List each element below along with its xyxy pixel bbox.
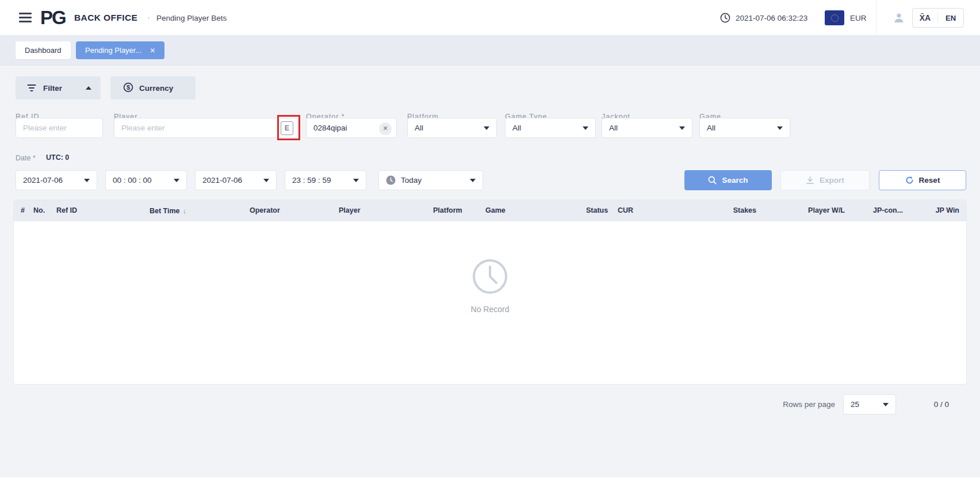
tab-pending-player-bets[interactable]: Pending Player... ✕ xyxy=(76,41,164,59)
chevron-down-icon xyxy=(883,403,889,406)
refresh-icon xyxy=(905,176,914,185)
app-title: BACK OFFICE xyxy=(74,13,137,23)
rows-per-page-value: 25 xyxy=(851,400,859,409)
chevron-down-icon xyxy=(470,179,476,182)
tab-dashboard[interactable]: Dashboard xyxy=(16,41,71,59)
reset-button-label: Reset xyxy=(919,176,940,185)
to-date-select[interactable]: 2021-07-06 xyxy=(195,170,277,190)
from-date-value: 2021-07-06 xyxy=(23,176,63,185)
currency-button[interactable]: $ Currency xyxy=(110,76,196,99)
chevron-down-icon xyxy=(679,126,685,130)
rows-per-page-label: Rows per page xyxy=(783,400,835,409)
rows-per-page-select[interactable]: 25 xyxy=(843,394,896,414)
to-time-value: 23 : 59 : 59 xyxy=(292,176,331,185)
operator-select[interactable]: 0284qipai ✕ xyxy=(306,118,397,138)
col-no[interactable]: No. xyxy=(33,206,45,214)
player-input[interactable] xyxy=(114,118,297,137)
from-date-select[interactable]: 2021-07-06 xyxy=(16,170,97,190)
results-table-panel: # No. Ref ID Bet Time↓ Operator Player P… xyxy=(14,200,966,384)
player-shortcut-key[interactable]: E xyxy=(281,121,293,135)
bottom-strip xyxy=(0,477,980,484)
reset-button[interactable]: Reset xyxy=(879,170,966,190)
tab-label: Dashboard xyxy=(25,46,62,55)
game-select[interactable]: All xyxy=(699,118,790,138)
export-button[interactable]: Export xyxy=(780,170,870,190)
language-switcher[interactable]: X̄A EN xyxy=(912,8,964,28)
title-separator: · xyxy=(147,12,150,22)
chevron-down-icon xyxy=(353,179,359,182)
page-title: Pending Player Bets xyxy=(156,14,227,22)
filter-toggle-button[interactable]: Filter xyxy=(16,76,101,99)
col-ref-id[interactable]: Ref ID xyxy=(56,206,77,214)
clear-operator-icon[interactable]: ✕ xyxy=(379,122,392,135)
operator-value: 0284qipai xyxy=(313,124,347,132)
col-player-wl[interactable]: Player W/L xyxy=(784,206,845,214)
search-icon xyxy=(708,176,717,185)
eu-flag-icon[interactable] xyxy=(825,10,844,25)
col-player[interactable]: Player xyxy=(339,206,361,214)
download-icon xyxy=(806,176,814,185)
sort-descending-icon[interactable]: ↓ xyxy=(183,206,187,215)
table-header-row: # No. Ref ID Bet Time↓ Operator Player P… xyxy=(14,200,966,221)
jackpot-select[interactable]: All xyxy=(602,118,692,138)
tab-label: Pending Player... xyxy=(85,46,141,55)
col-status[interactable]: Status xyxy=(586,206,608,214)
utc-label: UTC: 0 xyxy=(46,153,69,162)
chevron-down-icon xyxy=(174,179,179,182)
close-icon[interactable]: ✕ xyxy=(150,47,155,55)
game-type-value: All xyxy=(512,124,521,132)
from-time-value: 00 : 00 : 00 xyxy=(113,176,152,185)
server-datetime: 2021-07-06 06:32:23 xyxy=(736,14,807,22)
col-platform[interactable]: Platform xyxy=(433,206,462,214)
game-type-select[interactable]: All xyxy=(505,118,596,138)
col-bet-time[interactable]: Bet Time↓ xyxy=(150,206,186,215)
date-preset-select[interactable]: Today xyxy=(378,170,483,190)
empty-state-text: No Record xyxy=(471,305,510,314)
ref-id-input[interactable] xyxy=(16,118,102,137)
translate-icon[interactable]: X̄A xyxy=(913,13,938,22)
chevron-down-icon xyxy=(583,126,588,130)
pagination-bar: Rows per page 25 0 / 0 xyxy=(0,394,949,414)
platform-value: All xyxy=(415,124,423,132)
col-game[interactable]: Game xyxy=(485,206,506,214)
header-divider xyxy=(876,0,876,36)
ref-id-field xyxy=(16,118,103,138)
search-button-label: Search xyxy=(722,176,748,185)
brand-logo: PG xyxy=(40,7,66,29)
user-avatar-icon[interactable] xyxy=(893,11,905,26)
col-hash[interactable]: # xyxy=(21,206,25,214)
menu-icon[interactable] xyxy=(19,13,32,22)
empty-state: No Record xyxy=(14,258,966,314)
to-time-select[interactable]: 23 : 59 : 59 xyxy=(285,170,366,190)
search-button[interactable]: Search xyxy=(684,170,772,190)
date-label: Date * xyxy=(16,154,36,162)
chevron-down-icon xyxy=(484,126,489,130)
export-button-label: Export xyxy=(820,176,844,185)
from-time-select[interactable]: 00 : 00 : 00 xyxy=(105,170,187,190)
chevron-up-icon xyxy=(86,86,91,90)
currency-code: EUR xyxy=(850,14,867,22)
col-jp-con[interactable]: JP-con... xyxy=(873,206,903,214)
language-value[interactable]: EN xyxy=(938,14,963,22)
player-field: E xyxy=(114,118,298,138)
jackpot-value: All xyxy=(609,124,618,132)
col-bet-time-label: Bet Time xyxy=(150,207,180,215)
currency-dollar-icon: $ xyxy=(123,82,133,94)
date-preset-value: Today xyxy=(401,176,422,185)
col-stakes[interactable]: Stakes xyxy=(696,206,756,214)
chevron-down-icon xyxy=(777,126,783,130)
col-cur[interactable]: CUR xyxy=(618,206,633,214)
tab-bar: Dashboard Pending Player... ✕ xyxy=(0,36,980,66)
col-jp-win[interactable]: JP Win xyxy=(911,206,959,214)
preset-clock-icon xyxy=(386,175,396,185)
filter-icon xyxy=(27,84,36,91)
no-record-clock-icon xyxy=(471,258,509,295)
top-bar: PG BACK OFFICE · Pending Player Bets 202… xyxy=(0,0,980,36)
filter-button-label: Filter xyxy=(43,84,62,93)
col-operator[interactable]: Operator xyxy=(250,206,280,214)
clock-icon xyxy=(720,13,730,25)
currency-button-label: Currency xyxy=(139,84,173,93)
platform-select[interactable]: All xyxy=(407,118,497,138)
page-count: 0 / 0 xyxy=(922,400,949,409)
game-value: All xyxy=(707,124,715,132)
